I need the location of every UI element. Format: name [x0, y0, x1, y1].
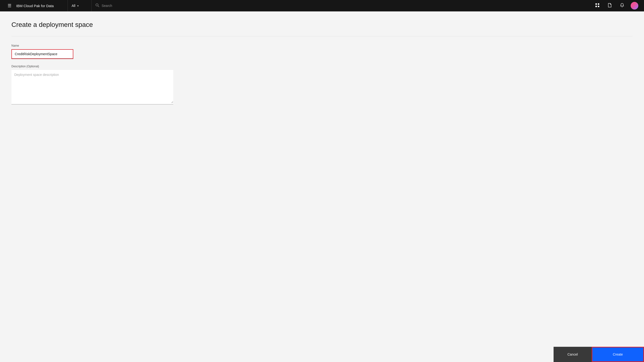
- apps-icon: [595, 3, 600, 8]
- name-field-wrapper: [12, 49, 73, 59]
- page-title: Create a deployment space: [12, 21, 632, 28]
- search-icon: [96, 3, 99, 8]
- bell-icon: [620, 3, 624, 8]
- name-input-underline: [12, 58, 73, 58]
- cancel-button[interactable]: Cancel: [554, 347, 592, 362]
- form-container: Name Description (Optional): [12, 44, 173, 104]
- scope-label: All: [72, 4, 76, 7]
- avatar-image: [631, 2, 638, 9]
- svg-rect-5: [598, 6, 599, 7]
- document-button[interactable]: [604, 0, 616, 11]
- description-label: Description (Optional): [12, 65, 173, 68]
- name-input[interactable]: [12, 50, 73, 58]
- navbar-actions: [592, 0, 640, 11]
- page-content: Create a deployment space Name Descripti…: [0, 11, 644, 362]
- hamburger-menu-button[interactable]: ☰: [4, 0, 15, 11]
- svg-rect-3: [598, 3, 599, 5]
- hamburger-icon: ☰: [8, 3, 12, 8]
- search-container: All ▾: [68, 0, 592, 11]
- create-button[interactable]: Create: [592, 347, 644, 362]
- svg-line-1: [98, 6, 99, 7]
- svg-rect-2: [596, 3, 597, 5]
- search-input[interactable]: [102, 4, 588, 7]
- action-bar: Cancel Create: [0, 347, 644, 362]
- search-input-wrap: [92, 3, 592, 8]
- action-bar-inner: Cancel Create: [554, 347, 644, 362]
- document-icon: [608, 3, 612, 8]
- avatar: [631, 2, 638, 9]
- name-field-group: Name: [12, 44, 173, 59]
- scope-selector[interactable]: All ▾: [68, 0, 92, 11]
- navbar: ☰ IBM Cloud Pak for Data All ▾: [0, 0, 644, 11]
- divider: [12, 36, 632, 36]
- app-title: IBM Cloud Pak for Data: [15, 4, 68, 8]
- description-textarea[interactable]: [12, 70, 173, 103]
- description-field-group: Description (Optional): [12, 65, 173, 104]
- description-field-wrapper: [12, 70, 173, 104]
- apps-button[interactable]: [592, 0, 603, 11]
- avatar-button[interactable]: [629, 0, 640, 11]
- svg-rect-4: [596, 6, 597, 7]
- name-label: Name: [12, 44, 173, 47]
- chevron-down-icon: ▾: [77, 4, 78, 7]
- notifications-button[interactable]: [616, 0, 628, 11]
